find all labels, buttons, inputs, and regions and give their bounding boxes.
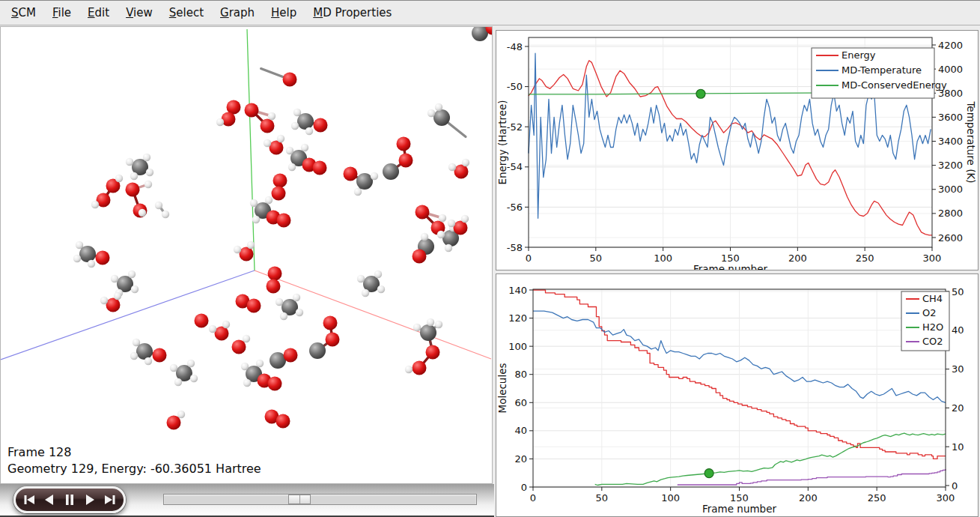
left-tick-label: 40 xyxy=(514,425,527,436)
legend-label-energy: Energy xyxy=(841,49,876,61)
frame-info: Frame 128 Geometry 129, Energy: -60.3605… xyxy=(7,444,261,477)
left-tick-label: -52 xyxy=(507,121,523,133)
right-tick-label: 30 xyxy=(952,363,964,375)
molecules-chart-panel: 0501001502002503000204060801001201400102… xyxy=(496,273,979,517)
x-tick-label: 300 xyxy=(937,492,955,504)
pause-button[interactable] xyxy=(61,491,79,509)
left-tick-label: 0 xyxy=(521,482,527,493)
legend-label-h2o: H2O xyxy=(922,321,943,333)
energy-temperature-chart: 050100150200250300-48-50-52-54-56-584200… xyxy=(496,31,978,270)
molecule-ho2r xyxy=(416,205,447,235)
molecule-scene[interactable] xyxy=(1,27,492,483)
player-controls xyxy=(13,486,126,513)
left-tick-label: 140 xyxy=(508,285,527,296)
molecule-ch4 xyxy=(126,154,153,180)
molecule-ch3s xyxy=(427,103,466,137)
molecule-o2 xyxy=(265,410,290,429)
molecule-h2o xyxy=(100,292,121,312)
molecule-co xyxy=(270,348,298,369)
legend-label-md-temperature: MD-Temperature xyxy=(841,64,922,76)
frame-slider[interactable] xyxy=(163,494,477,505)
right-tick-label: 3600 xyxy=(938,112,963,123)
right-tick-label: 3000 xyxy=(938,184,963,195)
legend-label-ch4: CH4 xyxy=(922,293,943,304)
right-tick-label: 3200 xyxy=(938,160,963,171)
geometry-label: Geometry 129, Energy: -60.36051 Hartree xyxy=(7,461,261,477)
right-tick-label: 2600 xyxy=(938,232,963,244)
molecule-ch4 xyxy=(357,270,385,297)
x-tick-label: 0 xyxy=(530,492,536,504)
current-frame-marker[interactable] xyxy=(704,469,713,478)
molecule-viewer[interactable]: Frame 128 Geometry 129, Energy: -60.3605… xyxy=(0,26,493,484)
molecules-chart: 0501001502002503000204060801001201400102… xyxy=(496,274,978,516)
molecule-ch3o xyxy=(73,241,110,267)
frame-slider-handle[interactable] xyxy=(288,495,311,504)
left-tick-label: 120 xyxy=(508,312,527,324)
legend-label-o2: O2 xyxy=(922,307,937,318)
play-button[interactable] xyxy=(80,491,98,509)
menu-item-md-properties[interactable]: MD Properties xyxy=(305,6,400,19)
frame-label: Frame 128 xyxy=(7,444,261,461)
right-tick-label: 4000 xyxy=(938,64,963,75)
molecule-h2o2r xyxy=(126,181,153,218)
app-window: SCMFileEditViewSelectGraphHelpMD Propert… xyxy=(0,0,980,517)
x-tick-label: 150 xyxy=(730,492,749,504)
molecule-oh xyxy=(167,411,186,430)
left-tick-label: -50 xyxy=(507,81,523,92)
menu-item-graph[interactable]: Graph xyxy=(212,6,263,19)
molecule-ostick xyxy=(261,69,297,87)
menu-item-select[interactable]: Select xyxy=(161,6,212,19)
skip-end-button[interactable] xyxy=(100,491,118,509)
molecule-ch4 xyxy=(170,360,198,386)
x-tick-label: 250 xyxy=(868,492,886,504)
left-tick-label: -56 xyxy=(507,202,523,213)
xlabel: Frame number xyxy=(702,503,776,515)
x-tick-label: 200 xyxy=(788,253,807,264)
molecule-h2o xyxy=(448,159,469,179)
x-tick-label: 100 xyxy=(654,253,672,264)
molecule-ch4 xyxy=(111,270,139,297)
play-icon xyxy=(80,491,98,509)
molecule-h2o xyxy=(209,321,230,341)
x-tick-label: 100 xyxy=(661,492,680,504)
step-back-button[interactable] xyxy=(41,491,59,509)
molecule-oh xyxy=(232,335,251,354)
molecule-co2c xyxy=(309,316,340,360)
molecule-h2o xyxy=(234,241,255,261)
molecule-ch3o xyxy=(291,109,328,135)
molecule-o2 xyxy=(236,294,261,313)
legend-label-co2: CO2 xyxy=(922,336,943,347)
right-tick-label: 0 xyxy=(952,480,958,492)
menu-item-help[interactable]: Help xyxy=(263,6,305,19)
menu-item-file[interactable]: File xyxy=(44,6,79,19)
molecule-ho2 xyxy=(216,100,241,127)
x-tick-label: 150 xyxy=(721,253,740,264)
x-tick-label: 50 xyxy=(590,253,603,264)
player-bar xyxy=(0,484,494,517)
ylabel-right: Temperature (K) xyxy=(965,100,977,183)
menu-item-edit[interactable]: Edit xyxy=(79,6,118,19)
current-frame-marker[interactable] xyxy=(696,89,705,98)
molecule-co2c xyxy=(383,137,413,181)
x-tick-label: 200 xyxy=(799,492,818,504)
skip-start-button[interactable] xyxy=(21,491,39,509)
menu-item-scm[interactable]: SCM xyxy=(3,6,44,19)
molecule-ch3o xyxy=(130,339,167,365)
left-tick-label: 20 xyxy=(514,453,527,465)
molecule-ch3o2h xyxy=(405,318,442,375)
pause-icon xyxy=(61,491,79,509)
menu-item-view[interactable]: View xyxy=(118,6,161,19)
molecule-h2o xyxy=(264,135,284,155)
series-co2 xyxy=(678,469,946,485)
left-tick-label: 80 xyxy=(514,369,527,380)
molecule-ch2o xyxy=(344,167,379,196)
right-tick-label: 10 xyxy=(952,441,964,453)
molecule-ho2r xyxy=(245,103,276,133)
x-tick-label: 50 xyxy=(596,492,609,504)
molecule-ob xyxy=(195,314,209,328)
molecule-cho xyxy=(413,233,435,264)
right-tick-label: 4200 xyxy=(938,40,963,51)
skip-start-icon xyxy=(21,491,39,509)
energy-temperature-chart-panel: 050100150200250300-48-50-52-54-56-584200… xyxy=(496,30,979,270)
left-tick-label: -54 xyxy=(507,161,523,172)
